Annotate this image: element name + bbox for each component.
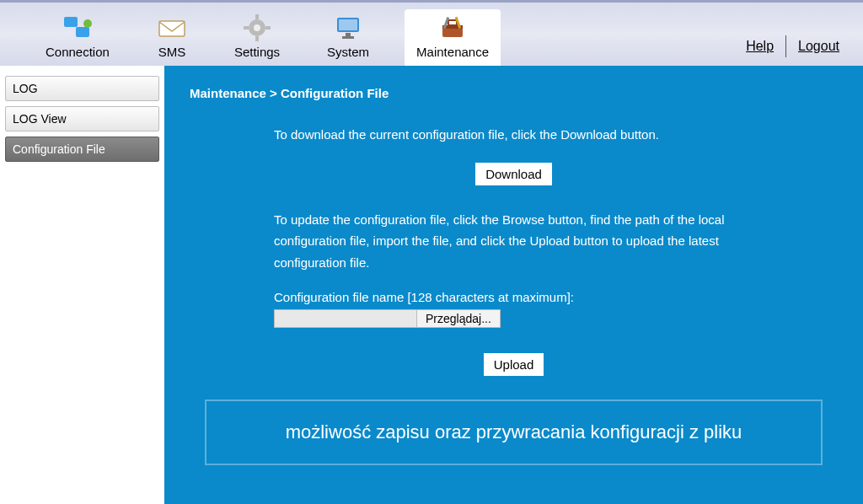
svg-rect-12 <box>346 33 351 36</box>
upload-button[interactable]: Upload <box>484 353 544 376</box>
file-chooser: Przeglądaj... <box>274 309 838 328</box>
top-nav: Connection SMS <box>0 0 863 66</box>
file-name-input[interactable] <box>274 309 417 328</box>
content-area: Maintenance > Configuration File To down… <box>164 66 863 504</box>
nav-label: System <box>327 45 369 59</box>
svg-rect-1 <box>76 27 89 37</box>
svg-point-5 <box>254 24 260 31</box>
page-body: LOG LOG View Configuration File Maintena… <box>0 66 863 504</box>
svg-point-2 <box>83 19 92 28</box>
nav-tab-sms[interactable]: SMS <box>145 9 199 66</box>
connection-icon <box>62 14 93 41</box>
nav-label: Settings <box>234 45 280 59</box>
breadcrumb: Maintenance > Configuration File <box>190 86 838 100</box>
svg-rect-3 <box>159 21 185 36</box>
download-button[interactable]: Download <box>475 163 552 185</box>
sidebar-item-label: Configuration File <box>13 142 105 156</box>
nav-tab-connection[interactable]: Connection <box>34 9 121 66</box>
monitor-icon <box>333 14 363 41</box>
sidebar-item-label: LOG <box>13 82 38 95</box>
browse-button[interactable]: Przeglądaj... <box>417 309 501 328</box>
envelope-icon <box>157 14 187 41</box>
toolbox-icon <box>437 14 468 41</box>
sidebar-item-log-view[interactable]: LOG View <box>5 106 159 131</box>
svg-rect-8 <box>244 26 249 29</box>
download-row: Download <box>190 163 838 185</box>
file-field-label: Configuration file name [128 characters … <box>274 290 838 304</box>
svg-rect-13 <box>342 36 354 39</box>
sidebar-item-configuration-file[interactable]: Configuration File <box>5 137 159 162</box>
svg-rect-6 <box>255 14 259 19</box>
svg-rect-16 <box>448 20 457 25</box>
upload-instruction: To update the configuration file, click … <box>274 209 729 274</box>
nav-tabs: Connection SMS <box>34 3 501 66</box>
help-link[interactable]: Help <box>746 39 774 54</box>
nav-tab-settings[interactable]: Settings <box>222 9 292 66</box>
nav-label: Maintenance <box>416 45 489 59</box>
sidebar-item-label: LOG View <box>13 112 67 126</box>
upload-row: Upload <box>190 353 838 376</box>
nav-tab-system[interactable]: System <box>315 9 381 66</box>
nav-label: Connection <box>46 45 110 59</box>
sidebar-item-log[interactable]: LOG <box>5 76 159 101</box>
top-links: Help Logout <box>746 35 839 57</box>
logout-link[interactable]: Logout <box>798 39 839 54</box>
annotation-box: możliwość zapisu oraz przywracania konfi… <box>205 399 823 465</box>
gear-icon <box>242 14 272 41</box>
nav-label: SMS <box>158 45 186 59</box>
svg-rect-9 <box>265 26 271 29</box>
sidebar: LOG LOG View Configuration File <box>0 66 164 504</box>
nav-tab-maintenance[interactable]: Maintenance <box>405 9 501 66</box>
svg-rect-11 <box>339 19 357 30</box>
divider <box>785 35 786 57</box>
svg-rect-0 <box>64 17 78 27</box>
svg-rect-7 <box>255 36 259 41</box>
download-instruction: To download the current configuration fi… <box>274 124 838 146</box>
